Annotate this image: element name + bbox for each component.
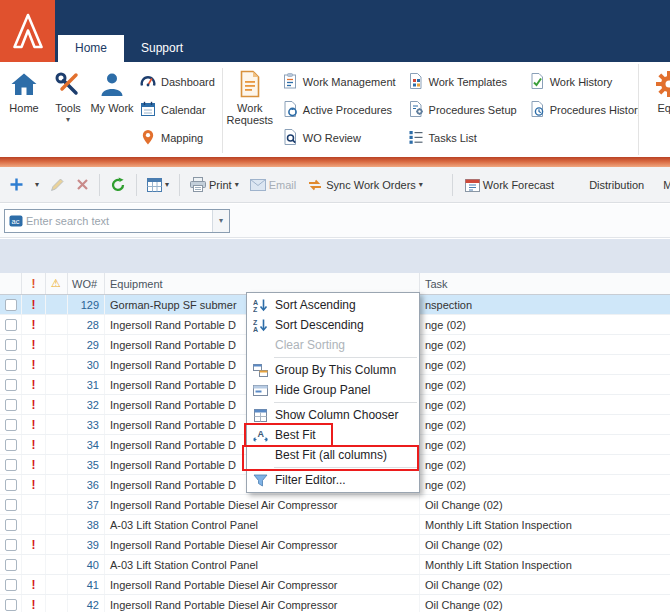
wo-number-link[interactable]: 30 [87, 359, 99, 371]
column-header-warning[interactable]: ⚠ [46, 273, 68, 294]
column-header-priority[interactable]: ! [22, 273, 46, 294]
column-header-wo[interactable]: WO# [68, 273, 105, 294]
table-row[interactable]: 40A-03 Lift Station Control PanelMonthly… [0, 555, 670, 575]
table-row[interactable]: !42Ingersoll Rand Portable Diesel Air Co… [0, 595, 670, 612]
wo-number-link[interactable]: 41 [87, 579, 99, 591]
toolbar-button-distribution[interactable]: Distribution [585, 176, 648, 194]
toolbar-button-work-forecast[interactable]: Work Forecast [461, 175, 558, 195]
wo-cell: 31 [68, 375, 105, 394]
delete-x-icon [76, 178, 89, 191]
row-checkbox[interactable] [5, 299, 17, 311]
wo-number-link[interactable]: 32 [87, 399, 99, 411]
svg-text:A: A [253, 298, 258, 305]
row-checkbox[interactable] [5, 519, 17, 531]
ribbon-button-label: Home [9, 102, 38, 114]
wo-number-link[interactable]: 39 [87, 539, 99, 551]
table-row[interactable]: !41Ingersoll Rand Portable Diesel Air Co… [0, 575, 670, 595]
email-envelope-icon [250, 179, 266, 191]
toolbar-button-chevron-down-icon[interactable]: ▾ [31, 177, 43, 192]
toolbar-button-print[interactable]: Print▾ [186, 174, 243, 195]
menu-item-filter-editor[interactable]: Filter Editor... [247, 470, 419, 490]
ribbon-button-work-templates[interactable]: Work Templates [408, 68, 517, 96]
search-box[interactable]: ac ▾ [4, 209, 230, 233]
tab-home[interactable]: Home [58, 35, 124, 62]
toolbar-button-sync-work-orders[interactable]: Sync Work Orders▾ [303, 175, 427, 195]
wo-number-link[interactable]: 37 [87, 499, 99, 511]
wo-number-link[interactable]: 38 [87, 519, 99, 531]
ribbon-button-my-work[interactable]: My Work [90, 64, 134, 114]
column-header-select[interactable] [0, 273, 22, 294]
dashboard-gauge-icon [140, 73, 156, 91]
ribbon-button-home[interactable]: Home [2, 64, 46, 114]
table-row[interactable]: !39Ingersoll Rand Portable Diesel Air Co… [0, 535, 670, 555]
wo-number-link[interactable]: 29 [87, 339, 99, 351]
toolbar-button-grid-view-icon[interactable]: ▾ [143, 175, 173, 195]
wo-number-link[interactable]: 36 [87, 479, 99, 491]
tab-support[interactable]: Support [124, 35, 200, 62]
ribbon-button-work-requests[interactable]: Work Requests [224, 64, 276, 126]
wo-number-link[interactable]: 34 [87, 439, 99, 451]
table-row[interactable]: 38A-03 Lift Station Control PanelMonthly… [0, 515, 670, 535]
row-checkbox[interactable] [5, 539, 17, 551]
equipment-cell: Ingersoll Rand Portable Diesel Air Compr… [105, 595, 420, 612]
wo-number-link[interactable]: 31 [87, 379, 99, 391]
svg-text:Z: Z [253, 318, 258, 325]
row-checkbox[interactable] [5, 419, 17, 431]
row-checkbox[interactable] [5, 399, 17, 411]
search-dropdown-button[interactable]: ▾ [212, 210, 229, 232]
row-checkbox[interactable] [5, 439, 17, 451]
menu-item-show-column-chooser[interactable]: Show Column Chooser [247, 405, 419, 425]
table-row[interactable]: 37Ingersoll Rand Portable Diesel Air Com… [0, 495, 670, 515]
filter-editor-icon [252, 473, 268, 488]
row-checkbox[interactable] [5, 599, 17, 611]
toolbar-button-delete-x-icon[interactable] [72, 175, 93, 194]
menu-item-hide-group-panel[interactable]: Hide Group Panel [247, 380, 419, 400]
ribbon-button-procedures-setup[interactable]: Procedures Setup [408, 96, 517, 124]
column-header-task[interactable]: Task [420, 273, 670, 294]
priority-cell: ! [22, 395, 46, 414]
ribbon-button-dashboard[interactable]: Dashboard [140, 68, 215, 96]
row-checkbox[interactable] [5, 319, 17, 331]
wo-number-link[interactable]: 129 [81, 299, 99, 311]
row-checkbox[interactable] [5, 479, 17, 491]
main-tabs: Home Support [58, 35, 200, 62]
ribbon-button-tasks-list[interactable]: Tasks List [408, 124, 517, 152]
row-checkbox[interactable] [5, 579, 17, 591]
search-input[interactable] [26, 215, 212, 227]
menu-item-sort-ascending[interactable]: AZSort Ascending [247, 295, 419, 315]
toolbar-button-add-plus-icon[interactable] [5, 174, 28, 195]
wo-number-link[interactable]: 33 [87, 419, 99, 431]
ribbon-button-procedures-history[interactable]: Procedures History [529, 96, 644, 124]
row-checkbox[interactable] [5, 499, 17, 511]
wo-number-link[interactable]: 28 [87, 319, 99, 331]
ribbon-button-equipment[interactable]: Equi [638, 64, 670, 155]
toolbar: ▾▾Print▾EmailSync Work Orders▾Work Forec… [0, 167, 670, 203]
wo-number-link[interactable]: 40 [87, 559, 99, 571]
ribbon-button-work-history[interactable]: Work History [529, 68, 644, 96]
toolbar-button-move-to-re[interactable]: Move to Re [659, 176, 670, 194]
menu-item-sort-descending[interactable]: ZASort Descending [247, 315, 419, 335]
tools-icon [54, 69, 82, 99]
row-checkbox[interactable] [5, 559, 17, 571]
row-checkbox[interactable] [5, 459, 17, 471]
priority-icon: ! [32, 578, 36, 592]
select-cell [0, 595, 22, 612]
priority-cell [22, 515, 46, 534]
ribbon-button-wo-review[interactable]: WO Review [282, 124, 396, 152]
ribbon-button-calendar[interactable]: Calendar [140, 96, 215, 124]
toolbar-button-edit-pencil-icon[interactable] [46, 174, 69, 195]
ribbon-button-tools[interactable]: Tools ▾ [46, 64, 90, 123]
column-header-equipment[interactable]: Equipment [105, 273, 420, 294]
ribbon: Home Tools ▾ My Work Dashboard Calendar … [0, 62, 670, 157]
row-checkbox[interactable] [5, 379, 17, 391]
row-checkbox[interactable] [5, 339, 17, 351]
task-cell: nge (02) [420, 315, 670, 334]
ribbon-button-mapping[interactable]: Mapping [140, 124, 215, 152]
row-checkbox[interactable] [5, 359, 17, 371]
wo-number-link[interactable]: 42 [87, 599, 99, 611]
menu-item-group-by-this-column[interactable]: Group By This Column [247, 360, 419, 380]
wo-number-link[interactable]: 35 [87, 459, 99, 471]
ribbon-button-active-procedures[interactable]: Active Procedures [282, 96, 396, 124]
ribbon-button-work-management[interactable]: Work Management [282, 68, 396, 96]
toolbar-button-refresh-icon[interactable] [106, 174, 130, 196]
